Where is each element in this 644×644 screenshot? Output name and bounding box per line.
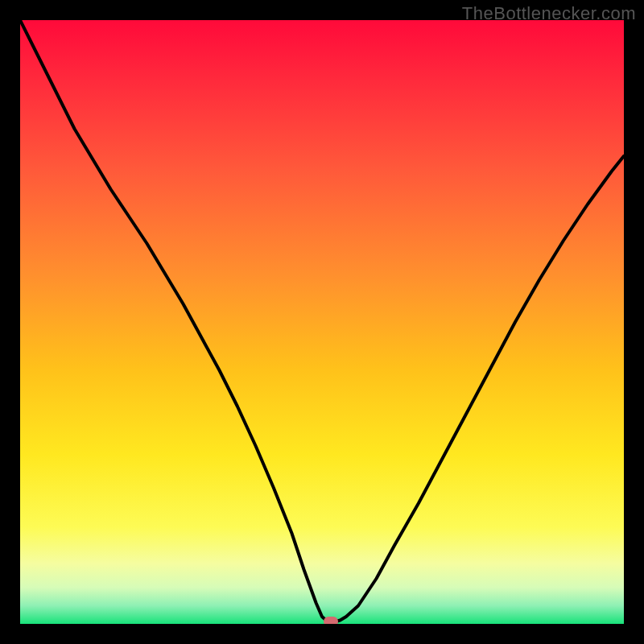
chart-container: TheBottlenecker.com (0, 0, 644, 644)
bottleneck-curve (20, 20, 624, 624)
watermark-text: TheBottlenecker.com (462, 3, 636, 24)
optimal-point-marker (324, 617, 338, 624)
plot-area (20, 20, 624, 624)
